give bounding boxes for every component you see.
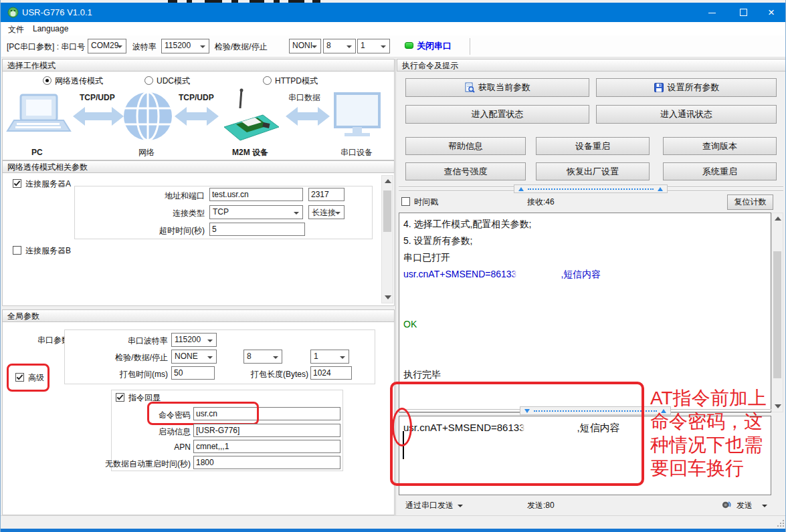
radio-udc-label: UDC模式	[157, 76, 190, 87]
boot-msg-input[interactable]	[193, 424, 340, 437]
close-button[interactable]: ×	[756, 3, 786, 22]
com-port-select[interactable]: COM29	[88, 39, 126, 53]
timeout-label: 超时时间(秒)	[121, 225, 205, 237]
arrow-right-icon	[286, 107, 330, 126]
baud-select[interactable]: 115200	[161, 39, 209, 53]
censored-phone-number	[516, 269, 561, 280]
close-serial-button[interactable]: 关闭串口	[417, 40, 452, 52]
stopbits-select[interactable]: 1	[357, 39, 390, 53]
serial-open-indicator	[405, 42, 413, 49]
scrollbar-thumb[interactable]	[383, 190, 391, 232]
pc-label: PC	[31, 148, 43, 157]
exec-group-header: 执行命令及提示	[397, 59, 786, 72]
factory-reset-button[interactable]: 恢复出厂设置	[536, 162, 650, 180]
scroll-up-icon[interactable]	[385, 179, 391, 183]
serial-device-label: 串口设备	[340, 148, 373, 157]
apn-input[interactable]	[193, 440, 340, 453]
scroll-down-icon[interactable]	[775, 404, 781, 408]
system-reboot-button[interactable]: 系统重启	[663, 162, 777, 180]
menu-bar: 文件 Language	[1, 22, 786, 35]
send-button[interactable]: 发送	[736, 500, 767, 511]
reboot-time-input[interactable]	[193, 456, 340, 469]
pack-len-input[interactable]	[310, 366, 352, 380]
menu-language[interactable]: Language	[33, 24, 68, 33]
timestamp-checkbox[interactable]	[401, 197, 410, 206]
chevron-down-icon	[200, 45, 205, 48]
chevron-down-icon	[117, 45, 122, 48]
sent-count: 发送:80	[527, 500, 555, 511]
advanced-checkbox[interactable]	[15, 373, 24, 382]
server-a-port-input[interactable]	[308, 188, 345, 201]
send-bar: 通过串口发送 发送:80 发送	[397, 495, 786, 514]
collapse-up-icon[interactable]	[518, 187, 524, 191]
reset-count-button[interactable]: 复位计数	[727, 194, 773, 210]
server-a-label: 连接服务器A	[25, 178, 71, 190]
collapse-up-icon[interactable]	[658, 187, 663, 191]
conn-type-select[interactable]: TCP	[209, 205, 303, 219]
log-line-done: 执行完毕	[403, 366, 767, 383]
timeout-input[interactable]	[209, 223, 305, 236]
pc-icon	[7, 95, 70, 131]
advanced-label: 高级	[28, 372, 44, 384]
chevron-down-icon	[340, 356, 345, 359]
timestamp-label: 时间戳	[414, 196, 438, 208]
minimize-button[interactable]	[696, 3, 727, 22]
server-a-address-input[interactable]	[209, 188, 303, 201]
receive-log-scrollbar[interactable]	[771, 213, 783, 412]
conn-mode-select[interactable]: 长连接	[308, 205, 345, 219]
collapse-down-icon[interactable]	[524, 409, 530, 413]
link2-label: TCP/UDP	[179, 93, 214, 102]
chevron-down-icon	[207, 356, 213, 359]
send-via-serial-dropdown[interactable]: 通过串口发送	[405, 500, 463, 511]
chevron-down-icon	[335, 212, 340, 215]
server-b-checkbox[interactable]	[13, 246, 21, 255]
arrow-left-icon	[73, 107, 124, 126]
echo-checkbox[interactable]	[116, 393, 124, 402]
splitter-handle[interactable]	[520, 406, 671, 415]
netparams-scrollbar[interactable]	[381, 175, 393, 303]
gbaud-select[interactable]: 115200	[171, 333, 217, 347]
addr-port-label: 地址和端口	[121, 190, 205, 202]
radio-transparent-mode[interactable]	[43, 76, 52, 85]
radio-httpd-mode[interactable]	[263, 76, 272, 85]
enter-config-button[interactable]: 进入配置状态	[405, 105, 589, 124]
signal-strength-button[interactable]: 查信号强度	[405, 162, 526, 180]
server-a-checkbox[interactable]	[13, 179, 21, 188]
help-button[interactable]: 帮助信息	[405, 137, 526, 155]
window-title: USR-G776 V1.0.1	[22, 7, 92, 17]
device-reboot-button[interactable]: 设备重启	[536, 137, 650, 155]
set-params-button[interactable]: 设置所有参数	[596, 78, 777, 97]
gstopbits-select[interactable]: 1	[310, 350, 349, 364]
text-caret	[403, 431, 404, 459]
scrollbar-thumb[interactable]	[773, 251, 781, 378]
receive-log[interactable]: 4. 选择工作模式,配置相关参数; 5. 设置所有参数; 串口已打开 usr.c…	[399, 213, 771, 412]
recv-count: 接收:46	[527, 196, 555, 208]
gdatabits-select[interactable]: 8	[243, 350, 282, 364]
radio-udc-mode[interactable]	[144, 76, 153, 85]
parity-select[interactable]: NONI	[289, 39, 321, 53]
databits-select[interactable]: 8	[323, 39, 356, 53]
scroll-up-icon[interactable]	[775, 217, 781, 221]
speaker-icon	[722, 499, 732, 509]
pack-time-input[interactable]	[171, 366, 215, 380]
echo-label: 指令回显	[128, 392, 161, 404]
radio-transparent-label: 网络透传模式	[55, 76, 103, 87]
chevron-down-icon	[762, 505, 767, 507]
globe-icon	[124, 92, 172, 140]
enter-comm-button[interactable]: 进入通讯状态	[596, 105, 777, 124]
chevron-down-icon	[207, 340, 213, 342]
log-line: 5. 设置所有参数;	[403, 233, 767, 249]
app-icon	[7, 7, 19, 18]
minimize-icon	[708, 13, 716, 13]
arrow-middle-icon	[175, 107, 219, 126]
gparity-select[interactable]: NONE	[171, 350, 217, 364]
scroll-down-icon[interactable]	[385, 295, 391, 299]
get-params-button[interactable]: 获取当前参数	[405, 78, 589, 97]
maximize-button[interactable]	[728, 3, 759, 22]
status-bar	[1, 515, 786, 529]
query-version-button[interactable]: 查询版本	[663, 137, 777, 155]
cmd-password-input[interactable]	[193, 407, 340, 420]
title-bar: USR-G776 V1.0.1 ×	[1, 3, 786, 22]
splitter-handle[interactable]	[514, 184, 668, 193]
menu-file[interactable]: 文件	[8, 24, 24, 35]
